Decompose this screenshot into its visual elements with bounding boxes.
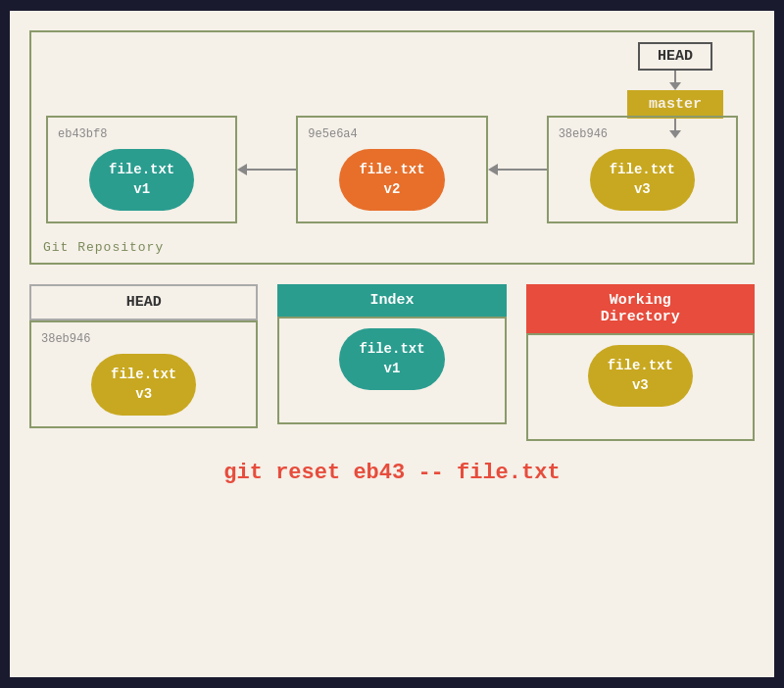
commits-row: eb43bf8 file.txtv1 9e5e6a4 file.txtv2 <box>46 106 738 253</box>
bottom-section: HEAD 38eb946 file.txtv3 Index file.txtv1… <box>29 284 755 490</box>
bottom-boxes-row: HEAD 38eb946 file.txtv3 Index file.txtv1… <box>29 284 755 441</box>
commit-hash-3: 38eb946 <box>559 127 608 141</box>
file-blob-3: file.txtv3 <box>590 149 695 211</box>
bottom-working-box: WorkingDirectory file.txtv3 <box>526 284 755 441</box>
commit-box-3: 38eb946 file.txtv3 <box>547 116 738 223</box>
command-line: git reset eb43 -- file.txt <box>29 456 755 490</box>
working-section-header: WorkingDirectory <box>526 284 755 333</box>
git-repo-label: Git Repository <box>43 240 164 255</box>
index-file-blob: file.txtv1 <box>339 328 444 390</box>
arrowhead-left-2 <box>488 164 498 175</box>
commit-box-2: 9e5e6a4 file.txtv2 <box>296 116 487 223</box>
arrow-triangle <box>669 82 681 90</box>
commit-hash-1: eb43bf8 <box>58 127 107 141</box>
horiz-arrow-1 <box>237 164 296 175</box>
file-blob-1: file.txtv1 <box>89 149 194 211</box>
file-blob-2: file.txtv2 <box>339 149 444 211</box>
arrow-line <box>674 71 676 82</box>
working-inner-box: file.txtv3 <box>526 333 755 441</box>
commit-box-1: eb43bf8 file.txtv1 <box>46 116 237 223</box>
head-inner-box: 38eb946 file.txtv3 <box>29 320 258 428</box>
index-section-header: Index <box>277 284 506 317</box>
horiz-line-2 <box>498 169 547 171</box>
arrow-3-to-2 <box>488 164 547 175</box>
main-container: HEAD master eb43bf8 file.txtv1 <box>10 11 774 677</box>
head-hash: 38eb946 <box>41 332 90 346</box>
arrowhead-left-1 <box>237 164 247 175</box>
git-repo-box: HEAD master eb43bf8 file.txtv1 <box>29 30 755 265</box>
commit-hash-2: 9e5e6a4 <box>308 127 357 141</box>
horiz-arrow-2 <box>488 164 547 175</box>
arrow-2-to-1 <box>237 164 296 175</box>
index-inner-box: file.txtv1 <box>277 317 506 424</box>
working-file-blob: file.txtv3 <box>588 345 693 407</box>
head-label: HEAD <box>638 42 712 71</box>
bottom-index-box: Index file.txtv1 <box>277 284 506 424</box>
arrow-head-to-master <box>669 71 681 90</box>
head-file-blob: file.txtv3 <box>91 354 196 416</box>
horiz-line-1 <box>247 169 296 171</box>
bottom-head-box: HEAD 38eb946 file.txtv3 <box>29 284 258 428</box>
head-section-header: HEAD <box>29 284 258 320</box>
